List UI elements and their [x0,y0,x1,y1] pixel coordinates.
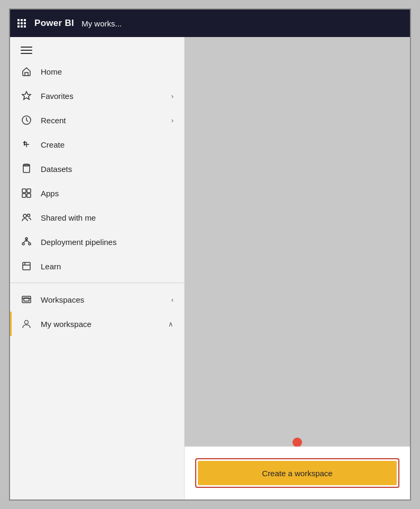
sidebar-item-shared-label: Shared with me [41,213,174,222]
create-workspace-btn-wrapper: Create a workspace [195,458,399,488]
sidebar-item-create[interactable]: Create [10,132,184,157]
sidebar-item-workspaces[interactable]: Workspaces ‹ [10,287,184,312]
workspaces-icon [21,294,32,305]
svg-rect-1 [21,19,23,21]
svg-rect-26 [23,262,30,270]
sidebar-item-create-label: Create [41,140,174,149]
sidebar-item-favorites-label: Favorites [41,92,163,101]
svg-rect-8 [24,25,26,28]
sidebar-item-learn[interactable]: Learn [10,254,184,278]
learn-icon [21,260,32,272]
create-icon [21,139,32,150]
app-name: Power BI [34,18,74,29]
sidebar-item-shared[interactable]: Shared with me [10,205,184,230]
create-workspace-area: Create a workspace [185,447,410,499]
sidebar-separator [10,283,184,283]
svg-rect-18 [27,194,31,197]
sidebar-item-home-label: Home [41,67,174,76]
sidebar: Home Favorites › Recent › [10,37,185,499]
star-icon [21,90,32,102]
sidebar-item-learn-label: Learn [41,262,174,271]
chevron-up-icon: ∧ [168,320,174,328]
sidebar-item-myworkspace-label: My workspace [41,320,160,329]
chevron-left-icon: ‹ [171,296,174,304]
svg-rect-3 [17,22,20,24]
sidebar-item-deployment[interactable]: Deployment pipelines [10,230,184,254]
main-content: Create a workspace [185,37,410,499]
svg-point-23 [29,243,31,245]
chevron-right-icon: › [171,116,174,124]
sidebar-item-datasets[interactable]: Datasets [10,157,184,181]
clock-icon [21,114,32,126]
sidebar-item-apps-label: Apps [41,189,174,198]
create-workspace-button[interactable]: Create a workspace [198,461,397,485]
svg-rect-4 [21,22,23,24]
home-icon [21,66,32,77]
svg-rect-16 [27,189,31,193]
hamburger-icon [21,47,174,54]
deployment-icon [21,236,32,248]
hamburger-menu[interactable] [10,37,184,59]
sidebar-item-apps[interactable]: Apps [10,181,184,205]
sidebar-item-home[interactable]: Home [10,59,184,84]
sidebar-item-workspaces-label: Workspaces [41,295,163,304]
svg-rect-0 [17,19,20,21]
svg-point-20 [28,214,30,217]
svg-line-25 [26,240,30,243]
person-icon [21,318,32,330]
svg-line-24 [23,240,26,243]
svg-point-19 [23,214,26,217]
sidebar-item-recent[interactable]: Recent › [10,108,184,132]
waffle-icon[interactable] [16,18,27,29]
breadcrumb: My works... [81,19,122,28]
svg-rect-6 [17,25,20,28]
app-window: Power BI My works... Home [9,8,411,501]
svg-rect-2 [24,19,26,21]
sidebar-item-datasets-label: Datasets [41,165,174,174]
chevron-right-icon: › [171,92,174,100]
header: Power BI My works... [10,10,410,37]
apps-icon [21,187,32,199]
svg-rect-5 [24,22,26,24]
notification-dot [293,438,302,447]
svg-point-22 [22,243,24,245]
sidebar-item-myworkspace[interactable]: My workspace ∧ [10,312,184,336]
svg-rect-15 [22,189,26,193]
dataset-icon [21,163,32,175]
svg-rect-7 [21,25,23,28]
gray-panel [185,37,410,447]
svg-point-32 [25,321,29,324]
svg-rect-17 [22,194,26,197]
sidebar-item-deployment-label: Deployment pipelines [41,238,174,247]
svg-marker-9 [22,92,31,99]
sidebar-item-recent-label: Recent [41,116,163,125]
shared-icon [21,212,32,223]
sidebar-item-favorites[interactable]: Favorites › [10,84,184,108]
